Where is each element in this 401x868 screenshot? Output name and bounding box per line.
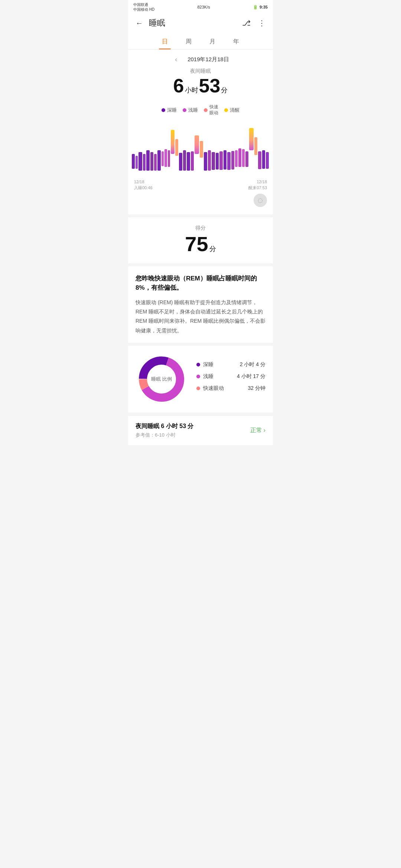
rem-legend-value: 32 分钟 xyxy=(248,385,265,392)
date-navigation: ‹ 2019年12月18日 xyxy=(128,50,273,66)
svg-rect-11 xyxy=(168,150,170,167)
light-sleep-label: 浅睡 xyxy=(188,107,198,114)
svg-rect-33 xyxy=(254,137,257,155)
legend-deep: 深睡 xyxy=(162,104,177,116)
donut-chart: 睡眠 比例 xyxy=(136,353,188,405)
back-button[interactable]: ← xyxy=(134,17,144,29)
header: ← 睡眠 ⎇ ⋮ xyxy=(128,13,273,33)
svg-rect-16 xyxy=(187,152,190,171)
svg-rect-1 xyxy=(132,154,135,169)
svg-rect-13 xyxy=(175,139,178,156)
night-sleep-title: 夜间睡眠 6 小时 53 分 xyxy=(136,423,193,430)
svg-rect-31 xyxy=(245,151,248,167)
deep-legend-value: 2 小时 4 分 xyxy=(240,361,265,368)
current-date: 2019年12月18日 xyxy=(188,56,229,63)
sleep-duration: 6 小时 53 分 xyxy=(136,76,265,95)
page-title: 睡眠 xyxy=(149,17,236,29)
svg-rect-17 xyxy=(191,151,194,171)
tab-bar: 日 周 月 年 xyxy=(128,33,273,50)
svg-rect-29 xyxy=(238,148,241,167)
analysis-section: 您昨晚快速眼动（REM）睡眠占睡眠时间的8%，有些偏低。 快速眼动 (REM) … xyxy=(128,266,273,343)
chart-timestamps: 12/18 入睡00:46 12/18 醒来07:53 xyxy=(128,179,273,192)
awake-label: 清醒 xyxy=(230,107,239,114)
donut-center-label: 睡眠 比例 xyxy=(151,376,172,382)
light-legend-value: 4 小时 17 分 xyxy=(237,373,265,380)
svg-rect-6 xyxy=(150,152,153,171)
rem-legend-name: 快速眼动 xyxy=(203,385,245,392)
night-sleep-info: 夜间睡眠 6 小时 53 分 参考值：6-10 小时 xyxy=(136,423,193,438)
chevron-right-icon: › xyxy=(264,427,265,434)
svg-rect-26 xyxy=(227,152,231,170)
tab-month[interactable]: 月 xyxy=(206,36,218,49)
svg-rect-18 xyxy=(195,135,199,154)
donut-legend: 深睡 2 小时 4 分 浅睡 4 小时 17 分 快速眼动 32 分钟 xyxy=(196,361,265,397)
analysis-title: 您昨晚快速眼动（REM）睡眠占睡眠时间的8%，有些偏低。 xyxy=(136,274,265,293)
sleep-chart xyxy=(128,119,273,178)
legend-item-deep: 深睡 2 小时 4 分 xyxy=(196,361,265,368)
legend-light: 浅睡 xyxy=(183,104,198,116)
svg-rect-4 xyxy=(143,154,146,171)
more-button[interactable]: ⋮ xyxy=(257,17,267,29)
legend-item-light: 浅睡 4 小时 17 分 xyxy=(196,373,265,380)
light-legend-name: 浅睡 xyxy=(203,373,234,380)
sleep-legend: 深睡 浅睡 快速眼动 清醒 xyxy=(128,101,273,119)
carrier1: 中国联通 xyxy=(133,2,154,7)
tab-day[interactable]: 日 xyxy=(159,36,171,49)
awake-dot xyxy=(224,108,228,112)
deep-legend-name: 深睡 xyxy=(203,361,237,368)
svg-rect-2 xyxy=(136,156,138,169)
sleep-hours-unit: 小时 xyxy=(185,86,198,95)
svg-rect-7 xyxy=(154,154,157,171)
svg-rect-9 xyxy=(162,151,164,166)
score-section: 得分 75 分 xyxy=(128,217,273,263)
clock: 9:35 xyxy=(260,5,268,9)
sleep-minutes-unit: 分 xyxy=(221,86,228,95)
score-number: 75 xyxy=(185,234,208,254)
score-label: 得分 xyxy=(136,225,265,231)
legend-awake: 清醒 xyxy=(224,104,239,116)
deep-sleep-label: 深睡 xyxy=(167,107,177,114)
donut-section: 睡眠 比例 深睡 2 小时 4 分 浅睡 4 小时 17 分 快速眼动 32 分… xyxy=(128,346,273,412)
deep-legend-dot xyxy=(196,363,200,366)
tab-week[interactable]: 周 xyxy=(183,36,195,49)
sleep-chart-container: 12/18 入睡00:46 12/18 醒来07:53 ◌ xyxy=(128,119,273,214)
prev-date-button[interactable]: ‹ xyxy=(172,54,180,65)
svg-rect-30 xyxy=(242,149,245,167)
rem-sleep-dot xyxy=(204,108,208,112)
svg-rect-21 xyxy=(208,150,211,171)
scroll-indicator: ◌ xyxy=(128,192,273,211)
battery-icon: 🔋 xyxy=(253,5,258,10)
svg-rect-3 xyxy=(138,152,142,171)
night-sleep-row[interactable]: 夜间睡眠 6 小时 53 分 参考值：6-10 小时 正常 › xyxy=(128,415,273,445)
sleep-minutes-value: 53 xyxy=(199,76,221,95)
svg-rect-14 xyxy=(179,153,182,171)
sleep-start-time: 12/18 入睡00:46 xyxy=(134,179,153,191)
svg-rect-8 xyxy=(157,150,161,171)
svg-rect-25 xyxy=(224,150,226,170)
deep-sleep-dot xyxy=(162,108,165,112)
svg-rect-19 xyxy=(200,141,203,158)
tab-year[interactable]: 年 xyxy=(230,36,242,49)
light-legend-dot xyxy=(196,375,200,378)
svg-rect-22 xyxy=(212,152,215,170)
night-sleep-status[interactable]: 正常 › xyxy=(250,427,265,434)
score-unit: 分 xyxy=(209,244,216,253)
rem-legend-dot xyxy=(196,387,200,390)
status-right: 🔋 9:35 xyxy=(253,5,268,10)
svg-rect-28 xyxy=(235,150,238,167)
analysis-body: 快速眼动 (REM) 睡眠有助于提升创造力及情绪调节，REM 睡眠不足时，身体会… xyxy=(136,298,265,335)
svg-rect-36 xyxy=(266,152,269,169)
score-value-container: 75 分 xyxy=(136,234,265,254)
status-bar: 中国联通 中国移动 HD 823K/s 🔋 9:35 xyxy=(128,0,273,13)
night-sleep-reference: 参考值：6-10 小时 xyxy=(136,432,193,438)
share-button[interactable]: ⎇ xyxy=(241,17,252,29)
svg-rect-35 xyxy=(262,150,265,169)
sleep-summary: 夜间睡眠 6 小时 53 分 xyxy=(128,66,273,101)
legend-item-rem: 快速眼动 32 分钟 xyxy=(196,385,265,392)
svg-rect-23 xyxy=(216,153,219,170)
network-speed: 823K/s xyxy=(197,5,210,9)
status-icons: 823K/s xyxy=(197,5,210,9)
svg-rect-15 xyxy=(183,150,186,171)
scroll-dot: ◌ xyxy=(254,194,267,207)
svg-rect-5 xyxy=(146,150,150,171)
